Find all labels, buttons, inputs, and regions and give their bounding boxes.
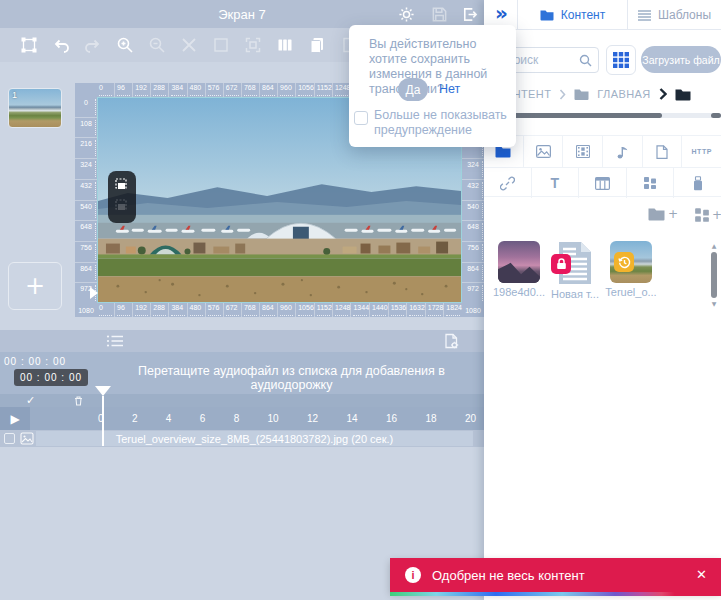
second-tick: 10	[268, 413, 279, 424]
track-checkbox[interactable]	[4, 433, 15, 444]
rectangle-tool-icon[interactable]	[212, 36, 230, 54]
library-item-pending[interactable]: Teruel_o...	[604, 241, 658, 298]
view-grid-button[interactable]	[606, 45, 636, 75]
ruler-tick: 648	[75, 221, 97, 241]
delete-selection-icon[interactable]	[180, 36, 198, 54]
copy-icon[interactable]	[308, 36, 326, 54]
tab-templates[interactable]: Шаблоны	[628, 0, 721, 30]
search-input[interactable]	[505, 49, 580, 71]
ruler-tick: 384	[169, 303, 186, 317]
filter-widgets[interactable]	[626, 168, 674, 198]
tab-content[interactable]: Контент	[517, 0, 628, 30]
folder-plus-icon	[648, 207, 666, 221]
ruler-marker-icon[interactable]	[90, 287, 98, 299]
hscroll-nub[interactable]	[711, 113, 721, 118]
ruler-tick: 96	[115, 303, 132, 317]
fit-screen-icon[interactable]	[244, 36, 262, 54]
add-folder-button[interactable]: +	[648, 207, 678, 221]
slide-1-thumbnail[interactable]: 1	[8, 88, 62, 128]
filter-images[interactable]	[523, 136, 563, 167]
chevron-right-icon	[659, 88, 667, 100]
undo-icon[interactable]	[52, 36, 70, 54]
transform-tool-icon[interactable]	[20, 36, 38, 54]
ruler-tick: 288	[151, 303, 168, 317]
exit-icon[interactable]	[461, 6, 478, 23]
library-actions: + +	[484, 207, 721, 227]
checkbox-label: Больше не показывать предупреждение	[374, 108, 512, 138]
timeline-seconds: 02468101214161820	[98, 407, 476, 430]
ruler-tick: 864	[462, 263, 484, 283]
film-icon	[576, 145, 590, 158]
ruler-corner-top-left	[75, 83, 97, 97]
horizontal-scrollbar[interactable]	[497, 113, 721, 118]
close-icon[interactable]: ✕	[696, 567, 707, 582]
ruler-tick: 1152	[315, 83, 332, 97]
filter-audio[interactable]	[602, 136, 642, 167]
scroll-up-icon[interactable]: ▲	[710, 243, 718, 249]
editor-topbar: Экран 7	[0, 0, 484, 28]
ruler-tick: 672	[224, 303, 241, 317]
dialog-message: Вы действительно хотите сохранить измене…	[369, 37, 505, 97]
document-thumbnail	[557, 241, 593, 285]
filter-usb[interactable]	[673, 168, 721, 198]
library-item-image[interactable]: 198e4d0...	[492, 241, 546, 298]
item-thumbnail	[498, 241, 540, 283]
redo-icon[interactable]	[84, 36, 102, 54]
dont-show-again-checkbox[interactable]	[354, 111, 368, 125]
ruler-tick: 0	[97, 303, 114, 317]
music-note-icon	[617, 145, 628, 159]
zoom-in-icon[interactable]	[116, 36, 134, 54]
upload-file-button[interactable]: Загрузить файл	[641, 46, 721, 73]
add-widget-button[interactable]: +	[694, 207, 721, 223]
zoom-out-icon[interactable]	[148, 36, 166, 54]
bring-forward-icon[interactable]	[115, 178, 129, 191]
library-tabs: Контент Шаблоны	[484, 0, 721, 30]
filter-videos[interactable]	[562, 136, 602, 167]
vscroll-thumb[interactable]	[711, 252, 717, 298]
hscroll-thumb[interactable]	[497, 113, 662, 118]
apply-check-icon[interactable]: ✓	[26, 394, 35, 407]
ruler-tick: 96	[115, 83, 132, 97]
filter-http[interactable]: HTTP	[681, 136, 721, 167]
settings-gear-icon[interactable]	[398, 6, 415, 23]
playhead-line[interactable]	[102, 396, 104, 446]
vertical-scrollbar[interactable]: ▲ ▼	[710, 243, 718, 307]
scroll-down-icon[interactable]: ▼	[710, 301, 718, 307]
ruler-tick: 864	[75, 263, 97, 283]
send-backward-icon[interactable]	[115, 199, 129, 212]
yes-button[interactable]: Да	[398, 78, 428, 101]
ruler-tick: 1728	[426, 303, 444, 317]
ruler-tick: 1056	[296, 83, 314, 97]
grid-columns-icon[interactable]	[276, 36, 294, 54]
playhead-handle[interactable]	[95, 386, 111, 396]
save-confirm-dialog: Вы действительно хотите сохранить измене…	[349, 25, 516, 147]
audio-track-zone[interactable]: 00 : 00 : 00 00 : 00 : 00 Перетащите ауд…	[0, 352, 484, 394]
filter-text[interactable]: T	[531, 168, 579, 198]
ruler-tick: 972	[462, 283, 484, 303]
ruler-tick: 192	[133, 83, 150, 97]
filter-documents[interactable]	[642, 136, 682, 167]
no-button[interactable]: Нет	[439, 82, 460, 96]
ruler-bottom: 0961922883844805766727688649601056115212…	[97, 303, 462, 317]
ruler-tick: 756	[75, 242, 97, 262]
audio-drop-hint: Перетащите аудиофайл из списка для добав…	[105, 364, 478, 392]
second-tick: 4	[166, 413, 172, 424]
search-icon	[579, 54, 592, 67]
library-item-locked-doc[interactable]: Новая т...	[548, 241, 602, 300]
ruler-tick: 480	[188, 83, 205, 97]
breadcrumb-folder[interactable]: ГЛАВНАЯ	[597, 88, 650, 100]
ruler-tick: 1248	[333, 303, 351, 317]
second-tick: 12	[307, 413, 318, 424]
ruler-tick: 216	[75, 138, 97, 158]
save-icon[interactable]	[431, 6, 448, 23]
second-tick: 20	[465, 413, 476, 424]
play-button[interactable]: ▶	[0, 407, 30, 430]
ruler-tick: 1152	[315, 303, 332, 317]
filter-links[interactable]	[484, 168, 531, 198]
add-slide-button[interactable]: +	[8, 262, 62, 310]
playlist-icon[interactable]	[106, 334, 124, 348]
trash-icon[interactable]	[74, 396, 83, 406]
document-settings-icon[interactable]	[444, 333, 459, 349]
timeline-header	[0, 330, 484, 352]
filter-tables[interactable]	[578, 168, 626, 198]
